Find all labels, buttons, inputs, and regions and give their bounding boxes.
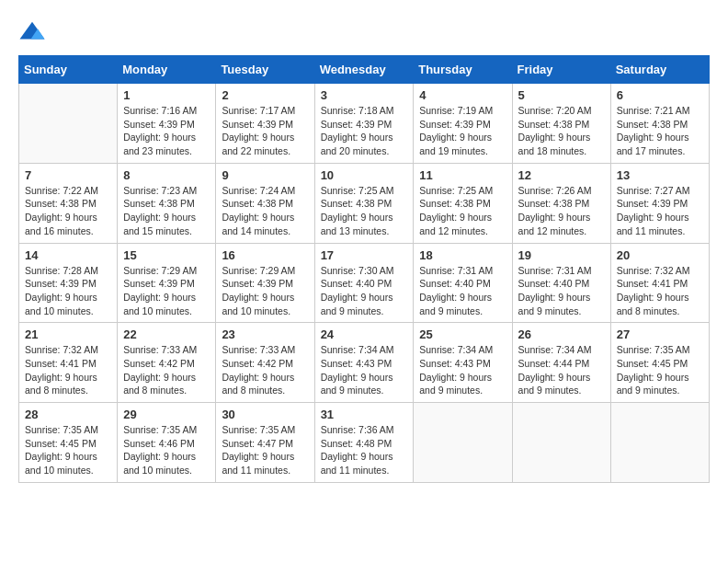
calendar-cell: 19Sunrise: 7:31 AMSunset: 4:40 PMDayligh…: [512, 243, 610, 323]
day-info: Daylight: 9 hours and 10 minutes.: [25, 291, 111, 317]
calendar-cell: 21Sunrise: 7:32 AMSunset: 4:41 PMDayligh…: [19, 323, 118, 403]
day-info: Sunset: 4:48 PM: [321, 437, 408, 451]
day-info: Daylight: 9 hours and 9 minutes.: [518, 371, 605, 397]
day-number: 27: [617, 327, 703, 341]
day-info: Sunset: 4:40 PM: [518, 277, 605, 291]
day-info: Daylight: 9 hours and 19 minutes.: [419, 131, 506, 157]
calendar-table: SundayMondayTuesdayWednesdayThursdayFrid…: [18, 55, 710, 483]
column-header-wednesday: Wednesday: [314, 56, 414, 84]
day-info: Sunrise: 7:34 AM: [518, 343, 605, 357]
calendar-cell: 16Sunrise: 7:29 AMSunset: 4:39 PMDayligh…: [216, 243, 314, 323]
calendar-cell: 25Sunrise: 7:34 AMSunset: 4:43 PMDayligh…: [414, 323, 512, 403]
day-info: Sunset: 4:42 PM: [222, 357, 308, 371]
day-info: Daylight: 9 hours and 9 minutes.: [321, 291, 408, 317]
calendar-cell: 26Sunrise: 7:34 AMSunset: 4:44 PMDayligh…: [512, 323, 610, 403]
calendar-cell: 18Sunrise: 7:31 AMSunset: 4:40 PMDayligh…: [414, 243, 512, 323]
calendar-cell: [19, 84, 118, 164]
day-info: Daylight: 9 hours and 10 minutes.: [123, 450, 210, 477]
day-info: Sunset: 4:38 PM: [222, 197, 308, 211]
logo-icon: [18, 18, 46, 46]
day-info: Sunset: 4:41 PM: [25, 357, 111, 371]
day-info: Sunrise: 7:32 AM: [25, 343, 111, 357]
day-number: 7: [25, 168, 111, 182]
day-info: Sunset: 4:39 PM: [419, 118, 506, 132]
calendar-cell: 22Sunrise: 7:33 AMSunset: 4:42 PMDayligh…: [118, 323, 216, 403]
day-info: Sunset: 4:38 PM: [321, 197, 408, 211]
day-info: Daylight: 9 hours and 9 minutes.: [419, 291, 506, 317]
day-info: Sunrise: 7:35 AM: [25, 423, 111, 437]
calendar-cell: 20Sunrise: 7:32 AMSunset: 4:41 PMDayligh…: [610, 243, 709, 323]
day-info: Sunset: 4:45 PM: [617, 357, 703, 371]
day-info: Sunset: 4:46 PM: [123, 437, 210, 451]
column-header-sunday: Sunday: [19, 56, 118, 84]
day-info: Daylight: 9 hours and 17 minutes.: [617, 131, 703, 157]
day-info: Daylight: 9 hours and 9 minutes.: [617, 371, 703, 397]
day-info: Sunset: 4:40 PM: [321, 277, 408, 291]
day-info: Sunset: 4:40 PM: [419, 277, 506, 291]
day-info: Sunset: 4:39 PM: [123, 118, 210, 132]
calendar-cell: 29Sunrise: 7:35 AMSunset: 4:46 PMDayligh…: [118, 403, 216, 483]
day-info: Daylight: 9 hours and 18 minutes.: [518, 131, 605, 157]
column-header-tuesday: Tuesday: [216, 56, 314, 84]
day-number: 9: [222, 168, 308, 182]
day-info: Sunrise: 7:33 AM: [222, 343, 308, 357]
day-info: Sunset: 4:43 PM: [419, 357, 506, 371]
day-info: Sunrise: 7:27 AM: [617, 184, 703, 198]
calendar-week-row: 21Sunrise: 7:32 AMSunset: 4:41 PMDayligh…: [19, 323, 710, 403]
day-info: Sunset: 4:45 PM: [25, 437, 111, 451]
day-number: 11: [419, 168, 506, 182]
day-info: Sunset: 4:39 PM: [222, 277, 308, 291]
day-info: Sunset: 4:39 PM: [123, 277, 210, 291]
day-info: Sunrise: 7:17 AM: [222, 104, 308, 118]
day-info: Daylight: 9 hours and 8 minutes.: [123, 371, 210, 397]
day-info: Sunset: 4:39 PM: [222, 118, 308, 132]
day-number: 13: [617, 168, 703, 182]
calendar-cell: 12Sunrise: 7:26 AMSunset: 4:38 PMDayligh…: [512, 163, 610, 243]
day-info: Sunset: 4:38 PM: [518, 118, 605, 132]
day-info: Sunrise: 7:22 AM: [25, 184, 111, 198]
day-info: Sunrise: 7:30 AM: [321, 264, 408, 278]
day-number: 23: [222, 327, 308, 341]
day-info: Sunset: 4:47 PM: [222, 437, 308, 451]
calendar-cell: 23Sunrise: 7:33 AMSunset: 4:42 PMDayligh…: [216, 323, 314, 403]
day-info: Sunrise: 7:19 AM: [419, 104, 506, 118]
day-number: 19: [518, 248, 605, 262]
calendar-cell: 7Sunrise: 7:22 AMSunset: 4:38 PMDaylight…: [19, 163, 118, 243]
day-info: Sunrise: 7:28 AM: [25, 264, 111, 278]
day-info: Daylight: 9 hours and 10 minutes.: [25, 450, 111, 477]
day-number: 12: [518, 168, 605, 182]
calendar-cell: 2Sunrise: 7:17 AMSunset: 4:39 PMDaylight…: [216, 84, 314, 164]
day-info: Daylight: 9 hours and 11 minutes.: [222, 450, 308, 477]
calendar-header-row: SundayMondayTuesdayWednesdayThursdayFrid…: [19, 56, 710, 84]
calendar-week-row: 7Sunrise: 7:22 AMSunset: 4:38 PMDaylight…: [19, 163, 710, 243]
calendar-cell: 17Sunrise: 7:30 AMSunset: 4:40 PMDayligh…: [314, 243, 414, 323]
day-info: Sunset: 4:44 PM: [518, 357, 605, 371]
calendar-cell: 13Sunrise: 7:27 AMSunset: 4:39 PMDayligh…: [610, 163, 709, 243]
day-info: Daylight: 9 hours and 9 minutes.: [321, 371, 408, 397]
day-info: Sunrise: 7:31 AM: [518, 264, 605, 278]
day-info: Sunset: 4:38 PM: [419, 197, 506, 211]
calendar-week-row: 1Sunrise: 7:16 AMSunset: 4:39 PMDaylight…: [19, 84, 710, 164]
day-number: 4: [419, 88, 506, 102]
day-info: Sunrise: 7:29 AM: [123, 264, 210, 278]
day-info: Sunrise: 7:21 AM: [617, 104, 703, 118]
calendar-cell: 5Sunrise: 7:20 AMSunset: 4:38 PMDaylight…: [512, 84, 610, 164]
calendar-cell: 8Sunrise: 7:23 AMSunset: 4:38 PMDaylight…: [118, 163, 216, 243]
calendar-week-row: 14Sunrise: 7:28 AMSunset: 4:39 PMDayligh…: [19, 243, 710, 323]
day-info: Daylight: 9 hours and 9 minutes.: [419, 371, 506, 397]
column-header-friday: Friday: [512, 56, 610, 84]
day-info: Sunrise: 7:34 AM: [321, 343, 408, 357]
day-number: 15: [123, 248, 210, 262]
day-info: Daylight: 9 hours and 8 minutes.: [617, 291, 703, 317]
page-header: [18, 18, 710, 46]
calendar-cell: 28Sunrise: 7:35 AMSunset: 4:45 PMDayligh…: [19, 403, 118, 483]
day-info: Sunset: 4:38 PM: [518, 197, 605, 211]
day-info: Daylight: 9 hours and 23 minutes.: [123, 131, 210, 157]
day-number: 17: [321, 248, 408, 262]
day-info: Daylight: 9 hours and 20 minutes.: [321, 131, 408, 157]
day-info: Sunrise: 7:33 AM: [123, 343, 210, 357]
calendar-cell: [610, 403, 709, 483]
day-info: Sunset: 4:39 PM: [25, 277, 111, 291]
day-info: Sunrise: 7:35 AM: [617, 343, 703, 357]
day-number: 21: [25, 327, 111, 341]
